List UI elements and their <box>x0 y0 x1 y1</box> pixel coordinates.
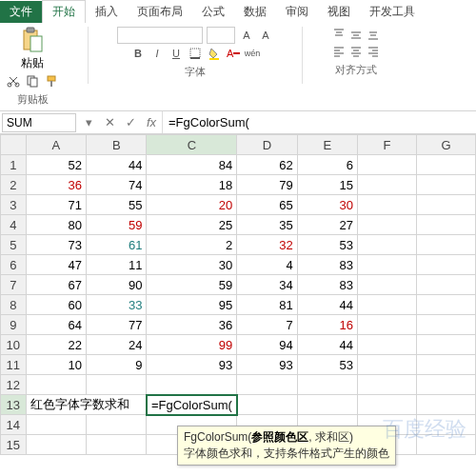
cell[interactable]: 65 <box>237 195 297 215</box>
cell[interactable] <box>416 335 475 355</box>
cell[interactable]: 83 <box>297 275 357 295</box>
col-header-B[interactable]: B <box>87 135 147 155</box>
cell[interactable]: 64 <box>26 315 86 335</box>
tab-dev[interactable]: 开发工具 <box>360 1 425 23</box>
cell[interactable]: 16 <box>297 315 357 335</box>
cell[interactable] <box>416 255 475 275</box>
cell[interactable]: 94 <box>237 335 297 355</box>
tab-layout[interactable]: 页面布局 <box>128 1 192 23</box>
cell[interactable]: 77 <box>87 315 147 335</box>
col-header-E[interactable]: E <box>297 135 357 155</box>
cell[interactable] <box>358 355 417 375</box>
row-header-11[interactable]: 11 <box>1 355 27 375</box>
tab-insert[interactable]: 插入 <box>86 1 128 23</box>
col-header-D[interactable]: D <box>237 135 297 155</box>
tab-review[interactable]: 审阅 <box>276 1 318 23</box>
cell[interactable]: 34 <box>237 275 297 295</box>
cell[interactable]: 71 <box>26 195 86 215</box>
cell[interactable]: 55 <box>87 195 147 215</box>
increase-font-icon[interactable]: A <box>239 28 254 43</box>
cell[interactable]: 53 <box>297 355 357 375</box>
cell[interactable] <box>358 335 417 355</box>
cell[interactable]: 27 <box>297 215 357 235</box>
confirm-icon[interactable]: ✓ <box>120 113 141 132</box>
cut-icon[interactable] <box>6 73 21 89</box>
copy-icon[interactable] <box>25 73 40 89</box>
border-icon[interactable] <box>188 46 203 61</box>
cell[interactable] <box>358 275 417 295</box>
cell[interactable] <box>416 275 475 295</box>
cell[interactable] <box>87 435 147 455</box>
formula-input[interactable]: =FgColorSum( <box>162 111 476 133</box>
row-header-15[interactable]: 15 <box>1 435 27 455</box>
spreadsheet-grid[interactable]: ABCDEFG152448462623674187915371552065304… <box>0 134 476 455</box>
cell[interactable] <box>358 395 417 415</box>
cell[interactable]: 95 <box>147 295 237 315</box>
cell[interactable]: 44 <box>297 335 357 355</box>
cell[interactable]: 15 <box>297 175 357 195</box>
cell[interactable] <box>358 255 417 275</box>
cell[interactable]: 52 <box>26 155 86 175</box>
cell[interactable]: 81 <box>237 295 297 315</box>
row-header-9[interactable]: 9 <box>1 315 27 335</box>
cell[interactable]: 62 <box>237 155 297 175</box>
row-header-6[interactable]: 6 <box>1 255 27 275</box>
cell[interactable]: 24 <box>87 335 147 355</box>
cell[interactable] <box>416 315 475 335</box>
cell[interactable] <box>237 375 297 395</box>
cell[interactable]: 47 <box>26 255 86 275</box>
row-header-5[interactable]: 5 <box>1 235 27 255</box>
cell[interactable]: 80 <box>26 215 86 235</box>
align-center-icon[interactable] <box>348 44 364 59</box>
cell[interactable] <box>358 375 417 395</box>
cell[interactable] <box>147 375 237 395</box>
cell[interactable]: 36 <box>147 315 237 335</box>
cell[interactable]: 61 <box>87 235 147 255</box>
cell[interactable] <box>358 295 417 315</box>
select-all-corner[interactable] <box>1 135 27 155</box>
tab-view[interactable]: 视图 <box>318 1 360 23</box>
cell[interactable]: 35 <box>237 215 297 235</box>
format-painter-icon[interactable] <box>44 73 59 89</box>
cell[interactable]: 9 <box>87 355 147 375</box>
align-middle-icon[interactable] <box>348 27 364 42</box>
underline-button[interactable]: U <box>169 46 184 61</box>
cell[interactable]: 60 <box>26 295 86 315</box>
cell[interactable] <box>416 155 475 175</box>
cell[interactable] <box>416 175 475 195</box>
row-header-4[interactable]: 4 <box>1 215 27 235</box>
cell[interactable] <box>237 395 297 415</box>
row-header-7[interactable]: 7 <box>1 275 27 295</box>
cell[interactable]: 7 <box>237 315 297 335</box>
cell[interactable]: 53 <box>297 235 357 255</box>
cell[interactable]: 99 <box>147 335 237 355</box>
paste-button[interactable]: 粘贴 <box>21 27 44 71</box>
cell[interactable] <box>87 415 147 435</box>
row-header-10[interactable]: 10 <box>1 335 27 355</box>
cell[interactable] <box>358 195 417 215</box>
col-header-C[interactable]: C <box>147 135 237 155</box>
cell[interactable]: 32 <box>237 235 297 255</box>
cell[interactable] <box>416 395 475 415</box>
row-header-3[interactable]: 3 <box>1 195 27 215</box>
cell[interactable]: 44 <box>297 295 357 315</box>
cell[interactable]: 44 <box>87 155 147 175</box>
cell[interactable]: 59 <box>87 215 147 235</box>
row-header-1[interactable]: 1 <box>1 155 27 175</box>
cell[interactable]: 红色字体字数求和 <box>26 395 147 415</box>
cell[interactable]: 30 <box>147 255 237 275</box>
phonetic-icon[interactable]: wén <box>245 46 260 61</box>
cancel-icon[interactable]: ✕ <box>99 113 120 132</box>
col-header-A[interactable]: A <box>26 135 86 155</box>
cell[interactable] <box>416 235 475 255</box>
cell[interactable]: 73 <box>26 235 86 255</box>
cell[interactable] <box>26 375 86 395</box>
align-left-icon[interactable] <box>331 44 347 59</box>
cell[interactable] <box>358 315 417 335</box>
cell[interactable]: 74 <box>87 175 147 195</box>
name-box[interactable] <box>2 113 76 132</box>
col-header-G[interactable]: G <box>416 135 475 155</box>
cell[interactable] <box>26 415 86 435</box>
font-size-select[interactable] <box>207 27 235 44</box>
fill-color-icon[interactable] <box>207 46 222 61</box>
